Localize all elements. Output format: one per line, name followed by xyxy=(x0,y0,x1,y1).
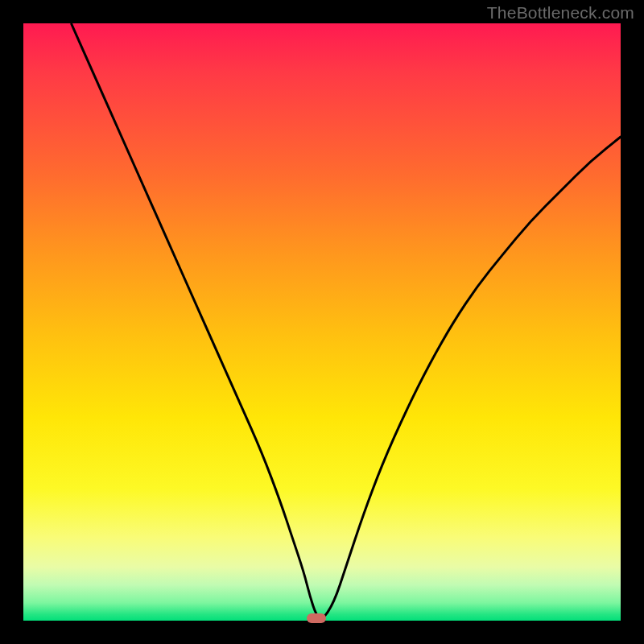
watermark-text: TheBottleneck.com xyxy=(487,3,634,23)
curve-path xyxy=(71,23,621,618)
bottleneck-curve xyxy=(23,23,621,621)
optimum-marker xyxy=(307,613,326,623)
chart-frame: TheBottleneck.com xyxy=(0,0,644,644)
plot-area xyxy=(23,23,621,621)
